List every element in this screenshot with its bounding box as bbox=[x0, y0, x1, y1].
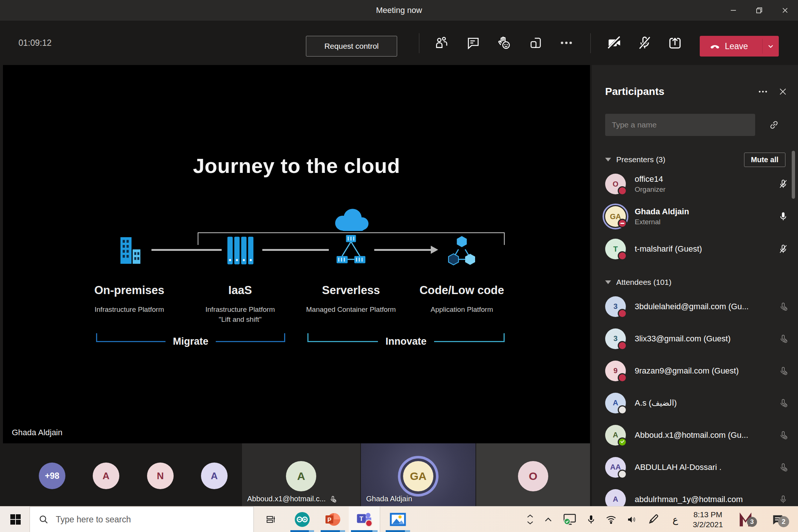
tray-display-status[interactable] bbox=[559, 507, 580, 532]
show-hidden-icons-button[interactable] bbox=[540, 507, 556, 532]
video-tile[interactable]: A Abboud.x1@hotmail.c... bbox=[242, 443, 360, 506]
avatar: A bbox=[605, 489, 626, 507]
link-icon bbox=[768, 119, 780, 131]
participant-row[interactable]: O office14 Organizer bbox=[605, 168, 798, 200]
taskbar-search-input[interactable] bbox=[55, 514, 253, 525]
innovate-bracket: Innovate bbox=[307, 333, 505, 349]
avatar: T bbox=[605, 239, 626, 259]
presence-busy-badge bbox=[618, 251, 627, 260]
speaker-icon bbox=[626, 514, 638, 525]
mic-disabled-icon bbox=[768, 366, 798, 376]
tray-microphone[interactable] bbox=[583, 507, 599, 532]
tile-name-label: Ghada Aldjain bbox=[366, 495, 412, 503]
mic-muted-icon[interactable] bbox=[768, 243, 798, 255]
participant-row[interactable]: A A.s (الضيف) bbox=[605, 387, 798, 419]
innovate-label: Innovate bbox=[385, 336, 426, 347]
mic-off-button[interactable] bbox=[633, 29, 657, 57]
tray-wifi[interactable] bbox=[602, 507, 620, 532]
maximize-button[interactable] bbox=[746, 0, 772, 21]
breakout-rooms-button[interactable] bbox=[524, 29, 548, 57]
tray-volume[interactable] bbox=[623, 507, 641, 532]
open-app-indicator bbox=[290, 530, 314, 532]
participant-name: abdulrhman_1y@hotmail.com bbox=[635, 495, 768, 504]
close-button[interactable] bbox=[772, 0, 798, 21]
participant-row[interactable]: 3 3lix33@gmail.com (Guest) bbox=[605, 323, 798, 355]
participant-avatar[interactable]: A bbox=[93, 463, 119, 489]
mic-disabled-icon bbox=[768, 334, 798, 344]
collapse-attendees-icon[interactable] bbox=[605, 280, 611, 284]
migrate-label: Migrate bbox=[173, 336, 208, 347]
participant-avatar[interactable]: N bbox=[147, 463, 174, 489]
connector-line bbox=[151, 249, 222, 251]
tray-pen[interactable] bbox=[644, 507, 662, 532]
chevron-up-icon bbox=[545, 517, 552, 522]
taskbar-app-teams[interactable]: T bbox=[352, 507, 377, 532]
avatar: AA bbox=[605, 457, 626, 478]
participant-row[interactable]: A abdulrhman_1y@hotmail.com bbox=[605, 483, 798, 506]
open-app-indicator bbox=[321, 530, 345, 532]
powerpoint-icon: P bbox=[324, 511, 342, 528]
minimize-button[interactable] bbox=[720, 0, 746, 21]
participant-name: 9razan9@gmail.com (Guest) bbox=[635, 366, 768, 376]
participant-name: 3lix33@gmail.com (Guest) bbox=[635, 334, 768, 344]
column-name: On-premises bbox=[70, 284, 188, 297]
raise-hand-button[interactable] bbox=[492, 29, 516, 57]
mic-on-icon[interactable] bbox=[768, 211, 798, 222]
column-subtitle: Managed Container Platform bbox=[292, 304, 410, 314]
slide-title: Journey to the cloud bbox=[3, 154, 590, 178]
start-button[interactable] bbox=[5, 507, 26, 532]
mute-all-button[interactable]: Mute all bbox=[744, 153, 785, 167]
participant-search-input[interactable] bbox=[605, 114, 755, 136]
chat-button[interactable] bbox=[461, 29, 485, 57]
taskbar-app-powerpoint[interactable]: P bbox=[321, 507, 345, 532]
svg-text:T: T bbox=[359, 515, 363, 522]
column-name: IaaS bbox=[181, 284, 299, 297]
leave-button[interactable]: Leave bbox=[700, 36, 779, 57]
taskbar-clock[interactable]: 8:13 PM 3/2/2021 bbox=[686, 507, 730, 532]
mic-disabled-icon bbox=[768, 301, 798, 312]
code-low-code-icon bbox=[440, 228, 484, 273]
video-tile-active-speaker[interactable]: GA Ghada Aldjain bbox=[361, 443, 475, 506]
copy-link-button[interactable] bbox=[765, 119, 783, 131]
participant-row[interactable]: 3 3bdulelaheid@gmail.com (Gu... bbox=[605, 290, 798, 323]
open-app-indicator bbox=[351, 530, 378, 532]
taskbar-app-photos[interactable] bbox=[386, 507, 410, 532]
taskbar-scroll-buttons[interactable] bbox=[523, 507, 538, 532]
more-options-button[interactable] bbox=[555, 29, 578, 57]
participant-avatar: A bbox=[286, 461, 316, 491]
column-name: Code/Low code bbox=[403, 284, 521, 297]
camera-off-icon bbox=[606, 35, 623, 51]
overflow-avatar[interactable]: +98 bbox=[39, 463, 65, 489]
panel-close-button[interactable] bbox=[773, 84, 793, 99]
request-control-button[interactable]: Request control bbox=[306, 36, 397, 57]
task-view-button[interactable] bbox=[261, 507, 282, 532]
participant-name: office14 bbox=[635, 174, 768, 184]
panel-more-button[interactable] bbox=[753, 84, 773, 99]
taskbar-search[interactable] bbox=[30, 507, 254, 532]
search-icon bbox=[38, 514, 49, 525]
camera-off-button[interactable] bbox=[603, 29, 626, 57]
participant-row[interactable]: A Abboud.x1@hotmail.com (Gu... bbox=[605, 419, 798, 451]
share-screen-button[interactable] bbox=[663, 29, 687, 57]
participant-row[interactable]: GA Ghada Aldjain External bbox=[605, 200, 798, 233]
task-view-icon bbox=[266, 514, 277, 525]
participant-filmstrip: +98 A N A A Abboud.x1@hotmail.c... GA Gh… bbox=[0, 443, 592, 506]
svg-text:P: P bbox=[327, 517, 331, 523]
participants-toggle-button[interactable] bbox=[430, 29, 453, 57]
notification-center-button[interactable]: 2 bbox=[765, 507, 789, 532]
video-tile[interactable]: O bbox=[476, 443, 590, 506]
participant-row[interactable]: 9 9razan9@gmail.com (Guest) bbox=[605, 355, 798, 387]
tray-m-app[interactable]: 3 bbox=[734, 507, 757, 532]
participant-avatar[interactable]: A bbox=[201, 463, 228, 489]
connector-arrowhead bbox=[431, 246, 438, 254]
presence-busy-badge bbox=[618, 309, 627, 318]
mic-disabled-icon bbox=[768, 494, 798, 505]
panel-scrollbar[interactable] bbox=[792, 151, 795, 199]
participant-row[interactable]: T t-malsharif (Guest) bbox=[605, 233, 798, 265]
photos-icon bbox=[389, 511, 406, 528]
taskbar-app-arduino[interactable] bbox=[290, 507, 314, 532]
language-indicator[interactable]: ع bbox=[667, 507, 683, 532]
participant-row[interactable]: AA ABDULLAH Al-Dossari . bbox=[605, 451, 798, 483]
leave-menu-button[interactable] bbox=[763, 41, 779, 51]
collapse-presenters-icon[interactable] bbox=[605, 158, 611, 161]
